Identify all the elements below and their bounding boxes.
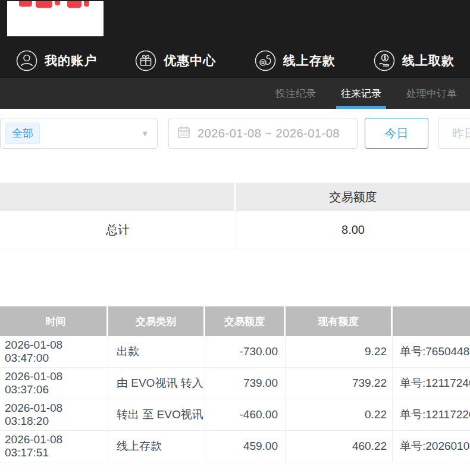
cell-type: 出款 <box>108 336 205 367</box>
cell-balance: 460.22 <box>286 431 393 462</box>
header-balance: 现有额度 <box>286 306 393 336</box>
withdraw-icon <box>373 49 396 72</box>
table-row: 2026-01-08 03:47:00 出款 -730.00 9.22 单号:7… <box>0 336 470 368</box>
nav-item-online-deposit[interactable]: 线上存款 <box>254 49 336 72</box>
header-time: 时间 <box>0 306 108 336</box>
summary-header-amount: 交易额度 <box>236 183 470 211</box>
logo-red-fragment <box>19 1 32 7</box>
cell-time: 2026-01-08 03:18:20 <box>0 399 108 430</box>
nav-item-promotions[interactable]: 优惠中心 <box>134 49 216 72</box>
nav-label: 我的账户 <box>45 52 97 69</box>
gift-icon <box>134 49 157 72</box>
transactions-header-row: 时间 交易类别 交易额度 现有额度 <box>0 306 470 336</box>
site-logo[interactable] <box>7 1 104 36</box>
logo-red-fragment <box>84 1 89 7</box>
cell-type: 线上存款 <box>108 431 205 462</box>
site-header <box>0 0 470 43</box>
nav-item-my-account[interactable]: 我的账户 <box>15 49 97 72</box>
date-range-input[interactable]: 2026-01-08 ~ 2026-01-08 <box>168 118 358 149</box>
table-row: 2026-01-08 03:17:51 线上存款 459.00 460.22 单… <box>0 431 470 462</box>
tab-transaction-records[interactable]: 往来记录 <box>340 78 383 109</box>
cell-balance: 739.22 <box>286 368 393 399</box>
nav-item-online-withdrawal[interactable]: 线上取款 <box>373 49 455 72</box>
selected-type-tag[interactable]: 全部 <box>5 123 40 144</box>
cell-amount: 739.00 <box>205 368 286 399</box>
cell-time: 2026-01-08 03:37:06 <box>0 368 108 399</box>
cell-time: 2026-01-08 03:17:51 <box>0 431 108 462</box>
logo-red-fragment <box>36 1 52 8</box>
transaction-type-select[interactable]: 全部 ▼ <box>0 118 158 149</box>
summary-header-empty <box>0 183 236 211</box>
summary-total-label: 总计 <box>0 211 236 249</box>
summary-total-row: 总计 8.00 <box>0 211 470 249</box>
header-type: 交易类别 <box>108 306 205 336</box>
cell-amount: -730.00 <box>205 336 286 367</box>
cell-type: 转出 至 EVO视讯 <box>108 399 205 430</box>
cell-order-number: 单号:76504481 <box>393 336 470 367</box>
user-icon <box>15 49 38 72</box>
header-order <box>393 306 470 336</box>
cell-amount: -460.00 <box>205 399 286 430</box>
cell-balance: 9.22 <box>286 336 393 367</box>
cell-balance: 0.22 <box>286 399 393 430</box>
summary-total-value: 8.00 <box>236 211 470 249</box>
cell-amount: 459.00 <box>205 431 286 462</box>
cell-type: 由 EVO视讯 转入 <box>108 368 205 399</box>
nav-label: 线上取款 <box>402 52 455 69</box>
date-range-value: 2026-01-08 ~ 2026-01-08 <box>198 127 340 140</box>
tab-betting-records[interactable]: 投注纪录 <box>274 78 317 109</box>
summary-table: 交易额度 总计 8.00 <box>0 183 470 249</box>
cell-time: 2026-01-08 03:47:00 <box>0 336 108 367</box>
nav-label: 优惠中心 <box>164 52 216 69</box>
chevron-down-icon: ▼ <box>141 129 149 138</box>
yesterday-button[interactable]: 昨日 <box>438 118 470 149</box>
deposit-icon <box>254 49 277 72</box>
filter-row: 全部 ▼ 2026-01-08 ~ 2026-01-08 今日 昨日 <box>0 118 470 149</box>
header-amount: 交易额度 <box>205 306 286 336</box>
cell-order-number: 单号:12117226 <box>393 399 470 430</box>
records-tab-bar: 投注纪录 往来记录 处理中订单 <box>0 77 470 109</box>
table-row: 2026-01-08 03:18:20 转出 至 EVO视讯 -460.00 0… <box>0 399 470 431</box>
tab-processing-orders[interactable]: 处理中订单 <box>405 78 458 109</box>
table-row: 2026-01-08 03:37:06 由 EVO视讯 转入 739.00 73… <box>0 368 470 399</box>
transactions-table: 时间 交易类别 交易额度 现有额度 2026-01-08 03:47:00 出款… <box>0 306 470 462</box>
logo-red-fragment <box>55 1 60 5</box>
cell-order-number: 单号:12117246 <box>393 368 470 399</box>
account-nav: 我的账户 优惠中心 线上存款 <box>0 43 470 77</box>
cell-order-number: 单号:20260108 <box>393 431 470 462</box>
nav-label: 线上存款 <box>283 52 336 69</box>
summary-header-row: 交易额度 <box>0 183 470 211</box>
today-button[interactable]: 今日 <box>365 118 428 149</box>
logo-red-fragment <box>67 1 82 8</box>
calendar-icon <box>177 126 190 141</box>
